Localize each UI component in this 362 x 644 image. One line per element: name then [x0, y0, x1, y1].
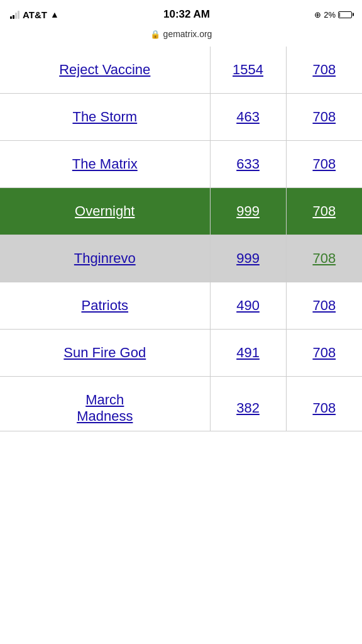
table-row-row-the-matrix: The Matrix633708	[0, 141, 362, 188]
cell-value2-row-the-matrix: 708	[286, 141, 362, 188]
cell-label-row-overnight: Overnight	[0, 188, 210, 235]
status-right: ⊕ 2%	[314, 10, 352, 19]
cell-label-row-patriots: Patriots	[0, 282, 210, 330]
cell-label-row-the-storm: The Storm	[0, 94, 210, 141]
time-display: 10:32 AM	[163, 8, 210, 21]
cell-value1-row-the-matrix: 633	[210, 141, 286, 188]
link-value2-row-overnight[interactable]: 708	[312, 203, 336, 219]
lock-status-icon: ⊕	[314, 10, 321, 19]
link-value1-row-patriots[interactable]: 490	[236, 297, 260, 313]
wifi-icon: ▲	[50, 9, 59, 19]
cell-label-row-the-matrix: The Matrix	[0, 141, 210, 188]
link-value2-row-reject-vaccine[interactable]: 708	[312, 62, 336, 77]
status-left: AT&T ▲	[10, 9, 59, 20]
battery-percent: 2%	[324, 10, 336, 19]
link-value1-row-reject-vaccine[interactable]: 1554	[233, 62, 263, 77]
table-row-row-reject-vaccine: Reject Vaccine1554708	[0, 47, 362, 94]
link-value2-row-sun-fire-god[interactable]: 708	[312, 345, 336, 360]
signal-icon	[10, 10, 19, 19]
cell-value1-row-the-storm: 463	[210, 94, 286, 141]
address-bar[interactable]: 🔒 gematrix.org	[0, 28, 362, 44]
link-value1-row-thginrevo[interactable]: 999	[236, 250, 260, 266]
url-text: gematrix.org	[163, 29, 212, 39]
link-label-row-sun-fire-god[interactable]: Sun Fire God	[63, 345, 146, 360]
link-value1-row-the-matrix[interactable]: 633	[236, 156, 260, 172]
cell-value2-row-overnight: 708	[286, 188, 362, 235]
link-value1-row-sun-fire-god[interactable]: 491	[236, 345, 260, 360]
carrier-label: AT&T	[23, 9, 47, 20]
table-row-row-march-madness: MarchMadness382708	[0, 377, 362, 431]
link-label-row-overnight[interactable]: Overnight	[75, 203, 134, 219]
link-value1-row-overnight[interactable]: 999	[236, 203, 260, 219]
link-label-row-reject-vaccine[interactable]: Reject Vaccine	[59, 62, 150, 77]
link-value2-row-the-storm[interactable]: 708	[312, 109, 336, 125]
cell-value1-row-sun-fire-god: 491	[210, 330, 286, 377]
battery-icon	[338, 11, 352, 18]
cell-value1-row-thginrevo: 999	[210, 235, 286, 282]
link-value2-row-march-madness[interactable]: 708	[312, 400, 336, 416]
link-value1-row-the-storm[interactable]: 463	[236, 109, 260, 125]
table-row-row-the-storm: The Storm463708	[0, 94, 362, 141]
cell-value2-row-march-madness: 708	[286, 377, 362, 431]
cell-value1-row-march-madness: 382	[210, 377, 286, 431]
link-label-row-thginrevo[interactable]: Thginrevo	[74, 250, 136, 266]
cell-label-row-sun-fire-god: Sun Fire God	[0, 330, 210, 377]
link-value2-row-the-matrix[interactable]: 708	[312, 156, 336, 172]
data-table: Reject Vaccine1554708The Storm463708The …	[0, 47, 362, 431]
link-label-row-the-matrix[interactable]: The Matrix	[72, 156, 138, 172]
cell-label-row-march-madness: MarchMadness	[0, 377, 210, 431]
link-label-row-the-storm[interactable]: The Storm	[72, 109, 137, 125]
cell-value2-row-the-storm: 708	[286, 94, 362, 141]
cell-value2-row-thginrevo: 708	[286, 235, 362, 282]
link-value2-row-thginrevo[interactable]: 708	[312, 250, 336, 266]
cell-value2-row-patriots: 708	[286, 282, 362, 330]
table-row-row-sun-fire-god: Sun Fire God491708	[0, 330, 362, 377]
cell-value1-row-overnight: 999	[210, 188, 286, 235]
cell-value1-row-patriots: 490	[210, 282, 286, 330]
table-row-row-thginrevo: Thginrevo999708	[0, 235, 362, 282]
lock-icon: 🔒	[150, 30, 160, 39]
table-row-row-overnight: Overnight999708	[0, 188, 362, 235]
status-bar: AT&T ▲ 10:32 AM ⊕ 2%	[0, 0, 362, 28]
link-label-row-march-madness[interactable]: MarchMadness	[77, 392, 133, 424]
cell-value1-row-reject-vaccine: 1554	[210, 47, 286, 94]
cell-label-row-thginrevo: Thginrevo	[0, 235, 210, 282]
link-label-row-patriots[interactable]: Patriots	[81, 297, 128, 313]
cell-value2-row-reject-vaccine: 708	[286, 47, 362, 94]
link-value1-row-march-madness[interactable]: 382	[236, 400, 260, 416]
cell-label-row-reject-vaccine: Reject Vaccine	[0, 47, 210, 94]
link-value2-row-patriots[interactable]: 708	[312, 297, 336, 313]
table-row-row-patriots: Patriots490708	[0, 282, 362, 330]
battery-fill	[339, 13, 340, 17]
cell-value2-row-sun-fire-god: 708	[286, 330, 362, 377]
